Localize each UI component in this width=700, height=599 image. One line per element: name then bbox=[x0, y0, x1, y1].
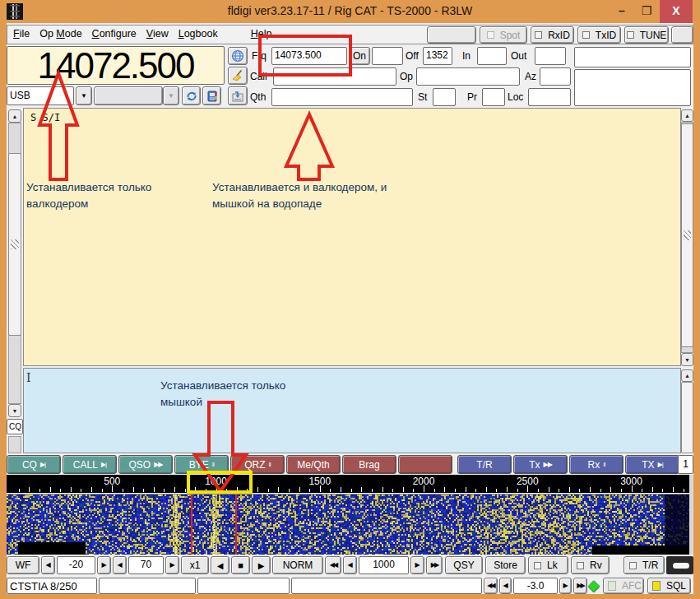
secondary-dropdown-button[interactable]: ▼ bbox=[163, 86, 179, 105]
qth-field[interactable] bbox=[271, 88, 413, 106]
mode-dropdown-button[interactable]: ▼ bbox=[76, 86, 92, 105]
loc-field[interactable] bbox=[528, 88, 571, 106]
scroll-left-button[interactable]: ◀ bbox=[211, 556, 229, 574]
macro-button-blank-7[interactable] bbox=[398, 455, 452, 474]
menu-view[interactable]: View bbox=[141, 28, 174, 39]
pr-field[interactable] bbox=[482, 88, 505, 106]
mode-selector[interactable]: USB bbox=[7, 86, 74, 105]
store-button[interactable]: Store bbox=[485, 556, 526, 574]
offset-left[interactable]: ◀ bbox=[499, 578, 512, 594]
st-field[interactable] bbox=[433, 88, 456, 106]
tx-scrollbar-thumb[interactable] bbox=[681, 382, 693, 453]
offset-right[interactable]: ▶ bbox=[559, 578, 572, 594]
spot-toggle[interactable]: Spot bbox=[480, 26, 527, 44]
offset-fast-right[interactable]: ▶▶ bbox=[573, 578, 587, 594]
txrx-toggle[interactable]: T/R bbox=[624, 556, 665, 574]
carrier-field[interactable]: 1000 bbox=[359, 556, 409, 574]
offset-fast-left[interactable]: ◀◀ bbox=[484, 578, 498, 594]
minimize-button[interactable]: – bbox=[610, 0, 633, 23]
save-qso-button[interactable] bbox=[228, 86, 248, 105]
carrier-fast-right[interactable]: ▶▶ bbox=[426, 556, 443, 574]
menu-configure[interactable]: Configure bbox=[87, 28, 141, 39]
upper-level-left-arrow[interactable]: ◀ bbox=[41, 556, 55, 574]
carrier-left[interactable]: ◀ bbox=[343, 556, 357, 574]
menu-help[interactable]: Help bbox=[246, 28, 277, 39]
rx-scrollbar-up[interactable]: ▲ bbox=[681, 109, 693, 122]
macro-button-qso[interactable]: QSO▶▶ bbox=[118, 455, 173, 474]
call-field[interactable] bbox=[273, 67, 396, 86]
upper-level-right-arrow[interactable]: ▶ bbox=[97, 556, 111, 574]
macro-button-tx[interactable]: TX▶| bbox=[625, 455, 679, 474]
menu-logbook[interactable]: Logbook bbox=[174, 28, 223, 39]
carrier-fast-left[interactable]: ◀◀ bbox=[325, 556, 341, 574]
qsy-button[interactable]: QSY bbox=[445, 556, 483, 574]
macro-button-call[interactable]: CALL▶| bbox=[63, 455, 117, 474]
waterfall-frequency-ruler[interactable]: 50010001500200025003000 bbox=[7, 475, 689, 493]
macro-button-tx[interactable]: Tx▶▶ bbox=[513, 455, 568, 474]
range-field[interactable]: 70 bbox=[128, 556, 164, 574]
tx-text-panel[interactable]: I bbox=[23, 368, 681, 453]
menu-file[interactable]: File bbox=[8, 28, 35, 39]
time-on-field[interactable] bbox=[372, 47, 403, 65]
logbook-dialog-button[interactable] bbox=[202, 86, 221, 105]
left-scrollbar-thumb[interactable] bbox=[8, 153, 21, 336]
fast-left-icon: ◀◀ bbox=[330, 562, 336, 569]
macro-button-bye[interactable]: BYE‖ bbox=[174, 455, 229, 474]
qrz-web-button[interactable] bbox=[228, 47, 248, 65]
wf-mode-button[interactable]: WF bbox=[7, 556, 39, 574]
rx-scrollbar-down[interactable]: ▼ bbox=[681, 353, 693, 366]
macro-button-brag[interactable]: Brag bbox=[342, 455, 396, 474]
frequency-display[interactable]: 14072.500 bbox=[7, 46, 225, 85]
close-button[interactable]: X bbox=[660, 0, 693, 23]
tx-scrollbar-up[interactable]: ▲ bbox=[681, 369, 693, 382]
left-scrollbar-down[interactable]: ▼ bbox=[8, 404, 21, 417]
ruler-tick bbox=[372, 489, 373, 492]
macro-button-cq[interactable]: CQ▶| bbox=[7, 455, 61, 474]
carrier-right[interactable]: ▶ bbox=[410, 556, 424, 574]
rx-text-panel[interactable]: S S/I bbox=[23, 108, 681, 366]
menu-op-mode[interactable]: Op Mode bbox=[35, 28, 86, 39]
corner-slider-thumb[interactable] bbox=[673, 563, 689, 569]
macro-button-meqth[interactable]: Me/Qth bbox=[286, 455, 341, 474]
clear-fields-button[interactable] bbox=[228, 67, 248, 85]
az-field[interactable] bbox=[540, 67, 571, 86]
macro-button-tr[interactable]: T/R bbox=[457, 455, 512, 474]
waterfall-display[interactable] bbox=[7, 494, 689, 555]
left-scrollbar-up[interactable]: ▲ bbox=[8, 109, 21, 123]
txrx-checkbox-icon bbox=[629, 562, 637, 569]
scroll-right-button[interactable]: ▶ bbox=[252, 556, 271, 574]
rst-out-field[interactable] bbox=[535, 47, 566, 65]
zoom-button[interactable]: x1 bbox=[181, 556, 209, 574]
macro-button-qrz[interactable]: QRZ‖ bbox=[230, 455, 285, 474]
rx-scrollbar-thumb[interactable] bbox=[681, 123, 693, 347]
center-button[interactable]: ■ bbox=[231, 556, 250, 574]
refresh-rig-button[interactable] bbox=[182, 86, 201, 105]
secondary-selector[interactable] bbox=[94, 86, 163, 105]
macro-button-rx[interactable]: Rx‖ bbox=[569, 455, 624, 474]
range-right-arrow[interactable]: ▶ bbox=[165, 556, 179, 574]
frq-field[interactable]: 14073.500 bbox=[271, 47, 347, 65]
sql-toggle[interactable]: SQL bbox=[647, 578, 691, 594]
notes-field-1[interactable] bbox=[574, 47, 691, 67]
range-left-arrow[interactable]: ◀ bbox=[113, 556, 127, 574]
txid-toggle[interactable]: TxID bbox=[577, 26, 621, 44]
op-field[interactable] bbox=[416, 67, 520, 86]
tune-toggle[interactable]: TUNE bbox=[624, 26, 669, 44]
cq-indicator: CQ bbox=[7, 419, 23, 434]
rst-in-field[interactable] bbox=[477, 47, 507, 65]
time-off-field[interactable]: 1352 bbox=[423, 47, 452, 65]
upper-level-field[interactable]: -20 bbox=[57, 556, 95, 574]
notes-field-2[interactable] bbox=[574, 69, 691, 106]
macro-page-box[interactable]: 1 bbox=[678, 455, 693, 474]
macro-action-icon: ‖ bbox=[269, 461, 271, 468]
status-mode-box[interactable]: CTSTIA 8/250 bbox=[7, 578, 97, 594]
ruler-tick bbox=[496, 489, 497, 492]
maximize-button[interactable]: ❒ bbox=[635, 0, 658, 23]
time-on-button[interactable]: On bbox=[349, 47, 370, 65]
lock-toggle[interactable]: Lk bbox=[528, 556, 568, 574]
rxid-toggle[interactable]: RxID bbox=[531, 26, 574, 44]
reverse-toggle[interactable]: Rv bbox=[571, 556, 610, 574]
offset-field[interactable]: -3.0 bbox=[513, 578, 558, 594]
speed-button[interactable]: NORM bbox=[272, 556, 323, 574]
afc-toggle[interactable]: AFC bbox=[603, 578, 644, 594]
